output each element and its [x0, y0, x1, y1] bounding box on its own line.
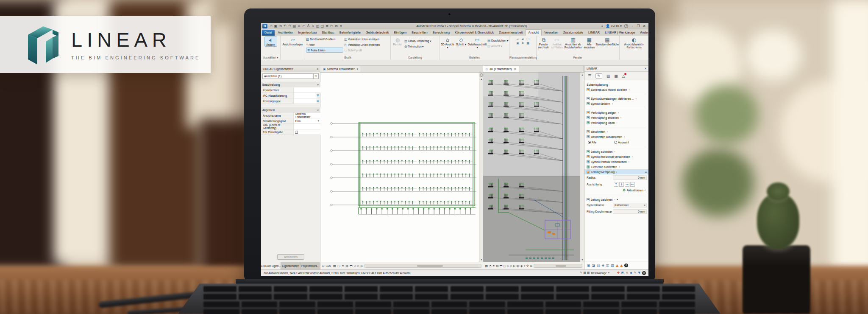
button-fenster-wechseln[interactable]: ⧉Fenster wechseln: [537, 36, 550, 49]
tab-beschriften[interactable]: Beschriften: [409, 30, 430, 36]
tab-zusammenarbeit[interactable]: Zusammenarbeit: [496, 30, 525, 36]
button-cloud-rendering[interactable]: ▤Cloud- Rendering ▾: [404, 38, 431, 43]
view-templates-button[interactable]: ▱ Ansichtsvorlagen: [282, 36, 304, 46]
group-label-windows[interactable]: Fenster: [537, 55, 619, 60]
redo-icon[interactable]: ↷: [287, 24, 292, 28]
switch-windows-icon[interactable]: ⧉: [334, 24, 339, 28]
field-value[interactable]: Kaltwasser▾: [613, 203, 647, 207]
field-value[interactable]: 0 mm: [613, 175, 647, 180]
button-filter[interactable]: ⌗Filter: [306, 42, 343, 47]
restore-button[interactable]: ❐: [635, 24, 641, 28]
button-schnittprofil[interactable]: ▭Schnittprofil: [344, 48, 389, 53]
field-value[interactable]: 0 mm: [613, 209, 647, 214]
dropdown-icon[interactable]: ▾: [644, 203, 645, 207]
tab-linear-werkzeuge[interactable]: LINEAR | Werkzeuge: [602, 30, 637, 36]
sheet-tool-icon-4[interactable]: ▣: [516, 42, 520, 45]
tab-ansicht[interactable]: Ansicht: [525, 29, 542, 36]
button-sichtbarkeit-grafiken[interactable]: ▧Sichtbarkeit/ Grafiken: [306, 36, 343, 42]
print-icon[interactable]: ▤: [292, 24, 297, 28]
linear-tool-icon-3[interactable]: ▤: [597, 264, 600, 267]
action-beschriften-aktualisieren[interactable]: Beschriften aktualisieren‹: [584, 134, 648, 139]
measure-icon[interactable]: ⌗: [297, 24, 301, 28]
sheet-tool-icon-2[interactable]: ▰: [521, 37, 525, 41]
property-value[interactable]: Schema Trinkwasser: [293, 113, 320, 118]
calculator-tab-icon[interactable]: ▦: [614, 74, 618, 78]
button-verdeckte-linien-anzeigen[interactable]: ◫Verdeckte Linien anzeigen: [344, 36, 389, 42]
show-crop-icon[interactable]: ◳: [337, 264, 340, 268]
select-face-icon[interactable]: ◆: [630, 271, 632, 275]
horizontal-scrollbar[interactable]: [364, 264, 481, 268]
render-button[interactable]: ◍ Render: [392, 36, 403, 46]
button-feine-linien[interactable]: ≣Feine Linien: [306, 48, 343, 53]
save-icon[interactable]: ▣: [273, 24, 278, 28]
button-inaktive-schlie-en[interactable]: ▭Inaktive schließen: [551, 36, 564, 49]
group-label-graphics[interactable]: Grafik: [305, 55, 390, 60]
panel-tab-eigenschaften[interactable]: Eigenschaften: [281, 262, 301, 269]
menu-icon[interactable]: ☰: [588, 74, 591, 78]
open-file-icon[interactable]: ▱: [269, 24, 273, 28]
steering-wheel-icon[interactable]: [480, 73, 483, 77]
group-label-create[interactable]: Erstellen: [440, 55, 509, 60]
horizontal-scrollbar[interactable]: [534, 264, 582, 268]
button-detailausschnitt[interactable]: ▭Detailausschnitt ▾: [468, 36, 487, 49]
action-symbol-horizontal-verschieben[interactable]: Symbol horizontal verschieben‹: [584, 154, 648, 159]
button-3d-ansicht[interactable]: ⌂3D-Ansicht ▾: [441, 36, 454, 49]
sun-path-icon[interactable]: ✶: [342, 264, 344, 268]
property-value[interactable]: Fein▾: [293, 118, 320, 123]
linear-tool-icon-5[interactable]: ◫: [606, 264, 609, 267]
analyze-icon[interactable]: ✣: [526, 264, 529, 268]
crop-view-icon[interactable]: ⌑: [507, 264, 509, 268]
align-right-icon[interactable]: →: [625, 182, 629, 187]
property-value[interactable]: [293, 129, 320, 135]
select-underlay-icon[interactable]: ◩: [621, 271, 624, 275]
sun-path-icon[interactable]: ◍: [496, 264, 499, 268]
group-label-sheet[interactable]: Planzusammenstellung: [509, 55, 536, 60]
shadows-icon[interactable]: ◍: [345, 264, 348, 268]
text-icon[interactable]: A: [306, 24, 311, 28]
button-verdeckte-linien-entfernen[interactable]: ◰Verdeckte Linien entfernen: [344, 42, 389, 47]
sheet-tool-icon-5[interactable]: ✚: [521, 42, 525, 45]
action-symbol-vertikal-verschieben[interactable]: Symbol vertikal verschieben‹: [584, 159, 648, 164]
3d-model-view[interactable]: [483, 73, 580, 262]
vertical-scrollbar[interactable]: ▲ ▼: [479, 73, 483, 262]
crop-view-icon[interactable]: ⬒: [350, 264, 353, 268]
edit-type-button[interactable]: ⊞: [313, 73, 319, 79]
filter-icon[interactable]: ▼: [638, 271, 640, 275]
zero-badge[interactable]: 0: [624, 264, 628, 267]
subaction-aktualisieren[interactable]: ♻Aktualisieren‹: [584, 188, 648, 193]
tab-gebäudetechnik[interactable]: Gebäudetechnik: [363, 30, 392, 36]
tab-architektur[interactable]: Architektur: [275, 30, 296, 36]
displace-icon[interactable]: ⊏: [361, 264, 363, 268]
linear-tool-icon-2[interactable]: ◪: [592, 264, 595, 267]
tab-berechnung[interactable]: Berechnung: [430, 30, 452, 36]
cart-icon[interactable]: ▾: [620, 24, 622, 28]
crop-visible-icon[interactable]: ⌑: [354, 264, 356, 268]
close-button[interactable]: ✕: [641, 24, 647, 28]
default-3d-view-icon[interactable]: ⌂: [311, 24, 315, 28]
action-symbol-ändern[interactable]: Symbol ändern‹: [584, 101, 648, 106]
tab-einfügen[interactable]: Einfügen: [391, 30, 409, 36]
tab-betonfertigteile[interactable]: Betonfertigteile: [337, 30, 363, 36]
radio-auswahl[interactable]: Auswahl: [614, 141, 639, 144]
close-icon[interactable]: ✕: [316, 66, 319, 72]
thin-lines-icon[interactable]: ≣: [325, 24, 329, 28]
schematic-drawing[interactable]: [320, 73, 479, 262]
button-alle-anordnen[interactable]: ▦Alle anordnen: [583, 36, 595, 49]
drag-on-selection-icon[interactable]: ✎: [634, 271, 637, 275]
revit-app-button[interactable]: R: [262, 24, 267, 28]
vertical-scrollbar[interactable]: ▲ ▼: [580, 73, 584, 262]
navigation-icon[interactable]: ⌖: [523, 264, 525, 268]
render-icon[interactable]: ▢: [320, 24, 325, 28]
classification-icon[interactable]: ⊞: [317, 94, 320, 97]
button-ansichten-als-registerkarten[interactable]: ▥Ansichten als Registerkarten: [564, 36, 582, 49]
action-leitung-schieben[interactable]: Leitung schieben‹: [584, 149, 648, 154]
action-elemente-ausrichten[interactable]: Elemente ausrichten‹: [584, 164, 648, 169]
button-draufsichten[interactable]: ▤Draufsichten ▾: [487, 38, 508, 43]
unlock-view-icon[interactable]: ◇: [357, 264, 359, 268]
help-icon[interactable]: ?: [624, 24, 628, 28]
type-selector[interactable]: Ansichten (1): [262, 73, 313, 79]
action-verknüpfung-zeigen[interactable]: Verknüpfung zeigen‹: [584, 110, 648, 115]
property-value[interactable]: [293, 93, 317, 98]
tab-linear[interactable]: LINEAR: [586, 30, 602, 36]
button-twinmotion[interactable]: ◍Twinmotion ▾: [404, 44, 431, 49]
